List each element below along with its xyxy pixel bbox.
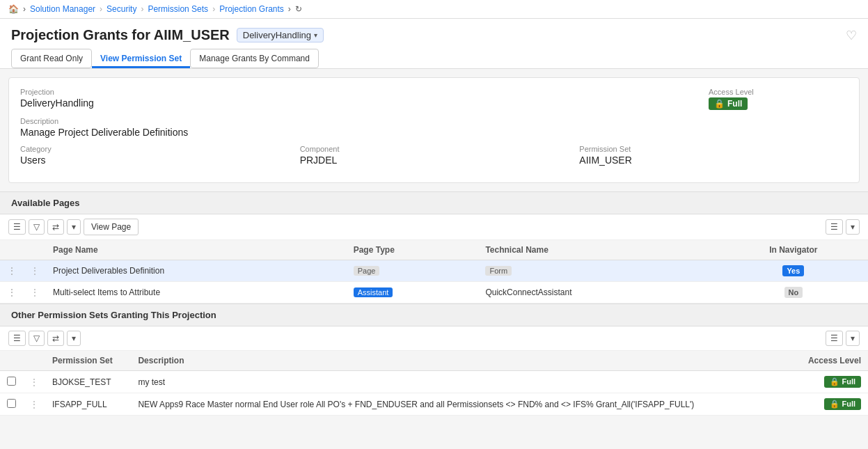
perm-refresh-rows-button[interactable]: ⇄ (47, 331, 64, 346)
filter-icon-button[interactable]: ▽ (29, 219, 45, 235)
category-section: Category Users (20, 145, 289, 173)
component-section: Component PRJDEL (300, 145, 569, 173)
in-navigator-cell: Yes (719, 260, 868, 282)
row-checkbox-cell[interactable] (0, 371, 23, 393)
row-checkbox-cell[interactable] (0, 393, 23, 416)
dropdown-label: DeliveryHandling (243, 30, 311, 40)
lock-icon: 🔒 (714, 99, 725, 109)
other-perm-row[interactable]: ⋮ IFSAPP_FULL NEW Apps9 Race Master norm… (0, 393, 868, 416)
other-perm-table-container: Permission Set Description Access Level … (0, 351, 868, 416)
favorite-icon[interactable]: ♡ (846, 28, 857, 43)
more-options-button[interactable]: ▾ (67, 219, 81, 235)
in-navigator-cell: No (719, 282, 868, 304)
th-perm-description: Description (131, 351, 790, 371)
permission-set-section: Permission Set AIIM_USER (579, 145, 848, 173)
technical-name-cell: QuickConnectAssistant (478, 282, 718, 304)
page-type-cell: Assistant (347, 282, 479, 304)
page-name-cell: Multi-select Items to Attribute (46, 282, 347, 304)
info-grid: Category Users Component PRJDEL Permissi… (20, 145, 848, 173)
columns-chevron-button[interactable]: ▾ (846, 219, 860, 235)
other-perm-row[interactable]: ⋮ BJOKSE_TEST my test 🔒 Full (0, 371, 868, 393)
available-pages-header-row: Page Name Page Type Technical Name In Na… (0, 240, 868, 260)
page-type-cell: Page (347, 260, 479, 282)
perm-columns-settings-button[interactable]: ☰ (826, 331, 843, 346)
tech-name-badge: Form (485, 266, 512, 276)
permission-set-label: Permission Set (579, 145, 848, 153)
other-perm-table: Permission Set Description Access Level … (0, 351, 868, 416)
component-label: Component (300, 145, 569, 153)
available-pages-row[interactable]: ⋮ ⋮ Multi-select Items to Attribute Assi… (0, 282, 868, 304)
page-header: Projection Grants for AIIM_USER Delivery… (0, 19, 868, 69)
access-level-badge: 🔒 Full (709, 97, 748, 110)
perm-filter-icon-button[interactable]: ▽ (29, 331, 45, 346)
other-perm-toolbar: ☰ ▽ ⇄ ▾ ☰ ▾ (0, 326, 868, 351)
th-technical-name: Technical Name (478, 240, 718, 260)
home-icon[interactable]: 🏠 (8, 4, 19, 14)
perm-more-options-button[interactable]: ▾ (67, 331, 81, 346)
technical-name-cell: Form (478, 260, 718, 282)
description-cell: my test (131, 371, 790, 393)
permission-set-cell: BJOKSE_TEST (45, 371, 131, 393)
grant-read-only-button[interactable]: Grant Read Only (11, 49, 92, 68)
page-type-badge: Page (354, 266, 380, 276)
perm-columns-chevron-button[interactable]: ▾ (846, 331, 860, 346)
info-top-row: Projection DeliveryHandling Access Level… (20, 88, 848, 117)
access-level-cell: 🔒 Full (791, 393, 868, 416)
refresh-icon[interactable]: ↻ (295, 4, 302, 14)
available-pages-row[interactable]: ⋮ ⋮ Project Deliverables Definition Page… (0, 260, 868, 282)
th-menu (24, 240, 46, 260)
row-perm-menu[interactable]: ⋮ (23, 371, 45, 393)
access-full-badge: 🔒 Full (824, 376, 861, 388)
nav-yes-badge: Yes (782, 265, 804, 276)
main-toolbar: Grant Read Only View Permission Set Mana… (11, 49, 857, 68)
available-pages-section-header: Available Pages (0, 191, 868, 214)
row-menu[interactable]: ⋮ (24, 282, 46, 304)
perm-list-icon-button[interactable]: ☰ (8, 331, 26, 346)
permission-set-cell: IFSAPP_FULL (45, 393, 131, 416)
permission-set-value: AIIM_USER (579, 155, 848, 166)
tech-name-value: QuickConnectAssistant (485, 287, 571, 297)
access-level-section: Access Level 🔒 Full (709, 88, 848, 117)
breadcrumb-projection-grants[interactable]: Projection Grants (219, 4, 284, 14)
page-type-badge: Assistant (354, 287, 393, 297)
th-perm-menu (23, 351, 45, 371)
breadcrumb-solution-manager[interactable]: Solution Manager (30, 4, 95, 14)
refresh-rows-button[interactable]: ⇄ (47, 219, 64, 235)
access-level-label: Access Level (709, 88, 848, 96)
row-checkbox[interactable] (7, 377, 16, 386)
breadcrumb-sep: › (23, 4, 26, 14)
th-page-name: Page Name (46, 240, 347, 260)
access-level-cell: 🔒 Full (791, 371, 868, 393)
projection-section: Projection DeliveryHandling (20, 88, 681, 116)
access-level-value: Full (727, 99, 742, 109)
page-name-cell: Project Deliverables Definition (46, 260, 347, 282)
description-value: Manage Project Deliverable Definitions (20, 127, 848, 138)
other-perm-header-row: Permission Set Description Access Level (0, 351, 868, 371)
breadcrumb-sep: › (288, 4, 291, 14)
delivery-handling-dropdown[interactable]: DeliveryHandling ▾ (237, 28, 324, 42)
row-checkbox[interactable] (7, 399, 16, 408)
chevron-down-icon: ▾ (314, 31, 317, 39)
main-content: Projection DeliveryHandling Access Level… (0, 77, 868, 416)
breadcrumb: 🏠 › Solution Manager › Security › Permis… (0, 0, 868, 19)
row-perm-menu[interactable]: ⋮ (23, 393, 45, 416)
th-page-type: Page Type (347, 240, 479, 260)
description-cell: NEW Apps9 Race Master normal End User ro… (131, 393, 790, 416)
manage-grants-command-button[interactable]: Manage Grants By Command (190, 49, 319, 68)
projection-value: DeliveryHandling (20, 97, 681, 109)
breadcrumb-permission-sets[interactable]: Permission Sets (148, 4, 208, 14)
component-value: PRJDEL (300, 155, 569, 166)
page-title: Projection Grants for AIIM_USER (11, 27, 230, 43)
view-page-button[interactable]: View Page (84, 219, 139, 235)
list-icon-button[interactable]: ☰ (8, 219, 26, 235)
view-permission-set-button[interactable]: View Permission Set (92, 49, 190, 68)
available-pages-toolbar-right: ☰ ▾ (826, 219, 860, 235)
access-full-badge: 🔒 Full (824, 398, 861, 410)
th-handle (0, 240, 24, 260)
columns-settings-button[interactable]: ☰ (826, 219, 843, 235)
breadcrumb-security[interactable]: Security (106, 4, 136, 14)
projection-info-card: Projection DeliveryHandling Access Level… (8, 77, 860, 183)
nav-no-badge: No (784, 287, 803, 298)
row-menu[interactable]: ⋮ (24, 260, 46, 282)
projection-label: Projection (20, 88, 681, 96)
